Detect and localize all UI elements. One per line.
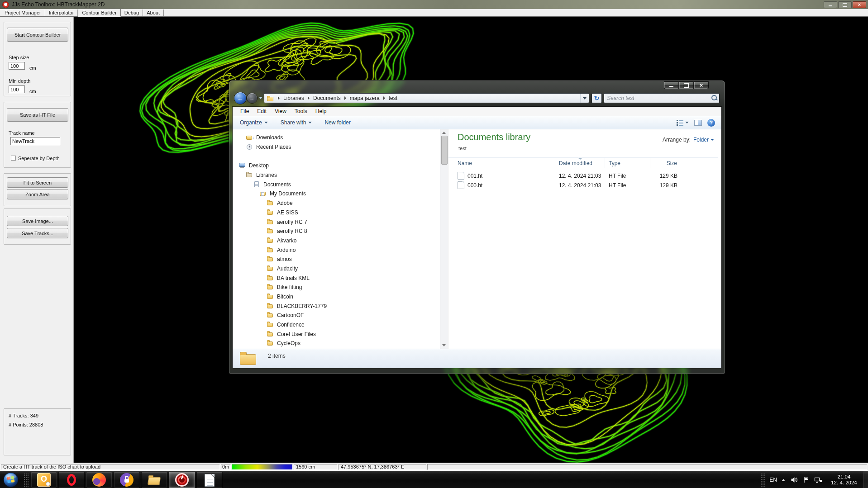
history-dropdown-icon[interactable]	[259, 97, 262, 99]
close-icon: ×	[700, 82, 703, 89]
start-contour-builder-button[interactable]: Start Contour Builder	[7, 28, 68, 42]
taskbar-app-icon	[175, 473, 189, 487]
toolbar-item[interactable]: Share with	[281, 119, 312, 126]
app-tab[interactable]: Contour Builder	[78, 9, 120, 17]
toolbar-item[interactable]: Organize	[240, 119, 268, 126]
tree-item[interactable]: atmos	[233, 255, 440, 264]
help-button[interactable]: ?	[707, 119, 715, 127]
tree-item[interactable]: BLACKBERRY-1779	[233, 301, 440, 311]
toolbar-item[interactable]: New folder	[324, 119, 350, 126]
tree-item[interactable]: Downloads	[233, 133, 440, 142]
breadcrumb[interactable]: Libraries Documents mapa jazera test	[264, 93, 589, 103]
app-minimize-button[interactable]	[824, 1, 837, 8]
language-indicator[interactable]: EN	[769, 477, 777, 483]
breadcrumb-segment[interactable]: Documents	[304, 95, 341, 101]
app-tab[interactable]: Interpolator	[45, 9, 78, 16]
show-desktop-button[interactable]	[863, 471, 868, 488]
scroll-down-icon[interactable]	[442, 344, 446, 346]
tree-item-icon	[267, 237, 274, 244]
explorer-maximize-button[interactable]	[679, 81, 694, 89]
menu-item[interactable]: Tools	[291, 107, 311, 116]
menu-item[interactable]: Help	[311, 107, 331, 116]
network-icon[interactable]	[814, 476, 822, 483]
action-center-flag-icon[interactable]	[803, 476, 810, 483]
app-tab[interactable]: Debug	[121, 9, 143, 16]
tree-item[interactable]: Bike fitting	[233, 283, 440, 292]
tree-item[interactable]: Arduino	[233, 245, 440, 255]
start-button[interactable]	[3, 472, 19, 488]
taskbar-button[interactable]	[141, 472, 167, 488]
column-header-type[interactable]: Type	[605, 158, 650, 168]
tree-item[interactable]: Recent Places	[233, 142, 440, 152]
change-view-button[interactable]	[677, 120, 689, 126]
address-dropdown-button[interactable]	[580, 94, 589, 103]
column-header-name[interactable]: Name	[448, 158, 555, 168]
tree-item[interactable]: Libraries	[233, 171, 440, 180]
hidden-icons-button[interactable]	[782, 479, 785, 481]
breadcrumb-segment[interactable]: Libraries	[274, 95, 304, 101]
breadcrumb-segment[interactable]: mapa jazera	[341, 95, 380, 101]
save-tracks-button[interactable]: Save Tracks...	[7, 228, 68, 238]
volume-icon[interactable]	[791, 476, 798, 483]
fit-to-screen-button[interactable]: Fit to Screen	[7, 177, 68, 188]
tree-item[interactable]: Akvarko	[233, 236, 440, 246]
forward-button[interactable]: →	[247, 93, 257, 103]
min-depth-input[interactable]	[9, 85, 25, 93]
track-name-input[interactable]	[10, 137, 60, 145]
tree-item[interactable]	[233, 152, 440, 161]
chevron-down-icon	[711, 139, 714, 141]
save-as-ht-file-button[interactable]: Save as HT File	[7, 108, 68, 122]
tree-item[interactable]: Audacity	[233, 264, 440, 274]
app-tab[interactable]: About	[143, 9, 164, 16]
tree-item[interactable]: My Documents	[233, 189, 440, 199]
step-size-input[interactable]	[9, 62, 25, 70]
tree-item-label: Downloads	[256, 134, 283, 141]
tree-item[interactable]: Adobe	[233, 199, 440, 208]
back-button[interactable]: ←	[234, 92, 246, 104]
explorer-close-button[interactable]: ×	[694, 81, 709, 89]
tree-item[interactable]: Corel User Files	[233, 329, 440, 339]
menu-item[interactable]: File	[236, 107, 253, 116]
search-input[interactable]	[604, 95, 710, 101]
tray-clock[interactable]: 21:04 12. 4. 2024	[827, 474, 861, 486]
save-image-button[interactable]: Save Image...	[7, 216, 68, 226]
tree-item-label: BLACKBERRY-1779	[277, 303, 327, 309]
breadcrumb-segment[interactable]: test	[380, 95, 397, 101]
tree-scrollbar[interactable]	[440, 129, 448, 349]
tree-item[interactable]: Desktop	[233, 161, 440, 171]
preview-pane-button[interactable]	[694, 120, 702, 126]
separate-by-depth-checkbox[interactable]	[11, 156, 16, 161]
taskbar-button[interactable]	[86, 472, 112, 488]
menu-item[interactable]: View	[271, 107, 291, 116]
step-size-label: Step size	[9, 55, 29, 60]
column-headers: Name Date modified Type Size	[448, 157, 718, 168]
tree-item[interactable]: CycleOps	[233, 339, 440, 348]
file-row[interactable]: 001.ht 12. 4. 2024 21:03 HT File 129 KB	[448, 171, 718, 180]
refresh-button[interactable]: ↻	[591, 93, 602, 103]
taskbar-button[interactable]	[58, 472, 85, 488]
tree-item[interactable]: CartoonOF	[233, 311, 440, 320]
explorer-minimize-button[interactable]	[664, 81, 679, 89]
column-header-size[interactable]: Size	[650, 158, 680, 168]
scroll-up-icon[interactable]	[442, 132, 446, 134]
tree-item[interactable]: Confidence	[233, 320, 440, 330]
tree-item[interactable]: aerofly RC 7	[233, 217, 440, 227]
scrollbar-thumb[interactable]	[441, 136, 448, 165]
app-maximize-button[interactable]	[838, 1, 852, 8]
taskbar-button[interactable]	[196, 472, 223, 488]
tree-item[interactable]: AE SISS	[233, 208, 440, 218]
tree-item[interactable]: BA trails KML	[233, 273, 440, 283]
tree-item[interactable]: aerofly RC 8	[233, 227, 440, 236]
file-row[interactable]: 000.ht 12. 4. 2024 21:03 HT File 129 KB	[448, 180, 718, 190]
tree-item[interactable]: Documents	[233, 180, 440, 189]
tree-item-icon	[267, 275, 274, 281]
tree-item[interactable]: Bitcoin	[233, 292, 440, 302]
app-tab[interactable]: Project Manager	[1, 9, 45, 16]
menu-item[interactable]: Edit	[253, 107, 271, 116]
app-close-button[interactable]: ×	[853, 1, 866, 8]
taskbar-button[interactable]	[114, 472, 140, 488]
taskbar-button[interactable]	[169, 472, 195, 488]
taskbar-button[interactable]	[31, 472, 57, 488]
arrange-by-value[interactable]: Folder	[693, 137, 714, 143]
zoom-area-button[interactable]: Zoom Area	[7, 189, 68, 199]
